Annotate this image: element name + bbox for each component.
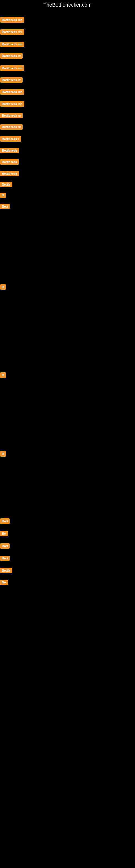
bottleneck-button-21[interactable]: Bott xyxy=(0,518,10,524)
bottleneck-button-24[interactable]: Bott xyxy=(0,556,10,561)
bottleneck-button-25[interactable]: Bottle xyxy=(0,568,12,573)
bottleneck-button-13[interactable]: Bottleneck xyxy=(0,159,19,165)
bottleneck-button-20[interactable]: B xyxy=(0,451,6,457)
bottleneck-button-17[interactable]: Bott xyxy=(0,204,10,209)
bottleneck-button-16[interactable]: B xyxy=(0,193,6,198)
bottleneck-button-11[interactable]: Bottleneck r xyxy=(0,136,21,142)
bottleneck-button-19[interactable]: B xyxy=(0,372,6,378)
bottleneck-button-7[interactable]: Bottleneck res xyxy=(0,89,24,95)
bottleneck-button-6[interactable]: Bottleneck re xyxy=(0,77,23,83)
bottleneck-button-26[interactable]: Bo xyxy=(0,580,8,585)
bottleneck-button-5[interactable]: Bottleneck res xyxy=(0,65,24,71)
bottleneck-button-8[interactable]: Bottleneck res xyxy=(0,101,24,106)
bottleneck-button-22[interactable]: Bo xyxy=(0,531,8,536)
site-title: TheBottlenecker.com xyxy=(0,0,135,9)
bottleneck-button-15[interactable]: Bottle xyxy=(0,182,12,187)
bottleneck-button-3[interactable]: Bottleneck res xyxy=(0,41,24,47)
bottleneck-button-12[interactable]: Bottleneck xyxy=(0,148,19,153)
bottleneck-button-23[interactable]: Bott xyxy=(0,543,10,549)
bottleneck-button-10[interactable]: Bottleneck re xyxy=(0,124,23,130)
bottleneck-button-18[interactable]: B xyxy=(0,284,6,290)
bottleneck-button-2[interactable]: Bottleneck res xyxy=(0,29,24,35)
bottleneck-button-4[interactable]: Bottleneck re xyxy=(0,53,23,59)
bottleneck-button-9[interactable]: Bottleneck re xyxy=(0,113,23,118)
bottleneck-button-14[interactable]: Bottleneck xyxy=(0,171,19,176)
bottleneck-button-1[interactable]: Bottleneck res xyxy=(0,17,24,23)
